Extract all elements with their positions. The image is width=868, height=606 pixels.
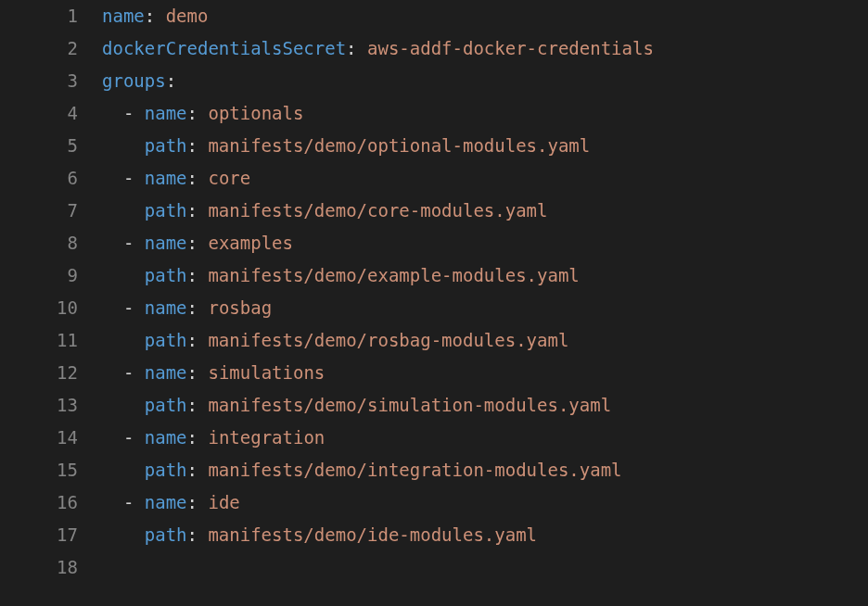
code-line[interactable] <box>102 551 868 584</box>
yaml-key: name <box>145 492 187 512</box>
line-number: 9 <box>0 259 78 292</box>
indent-guide <box>102 492 123 512</box>
colon: : <box>187 265 209 285</box>
code-line[interactable]: - name: integration <box>102 422 868 454</box>
line-number: 3 <box>0 65 78 97</box>
yaml-key: path <box>145 265 187 285</box>
yaml-key: groups <box>102 70 166 91</box>
line-number: 15 <box>0 454 78 486</box>
line-number: 13 <box>0 389 78 422</box>
code-line[interactable]: path: manifests/demo/simulation-modules.… <box>102 389 868 422</box>
yaml-value: examples <box>208 233 293 253</box>
yaml-key: dockerCredentialsSecret <box>102 38 346 58</box>
indent-guide <box>102 395 145 415</box>
yaml-value: ide <box>208 492 239 512</box>
line-number: 10 <box>0 292 78 324</box>
line-number: 18 <box>0 551 78 584</box>
code-line[interactable]: groups: <box>102 65 868 97</box>
yaml-value: rosbag <box>208 297 272 318</box>
yaml-key: path <box>145 395 187 415</box>
colon: : <box>187 297 209 318</box>
yaml-key: path <box>145 524 187 545</box>
line-number: 7 <box>0 195 78 227</box>
code-line[interactable]: - name: simulations <box>102 357 868 389</box>
yaml-dash: - <box>123 103 145 123</box>
code-line[interactable]: - name: rosbag <box>102 292 868 324</box>
colon: : <box>187 135 209 156</box>
yaml-key: name <box>145 233 187 253</box>
code-line[interactable]: name: demo <box>102 0 868 32</box>
line-number: 17 <box>0 519 78 551</box>
line-number: 2 <box>0 32 78 65</box>
line-number: 6 <box>0 162 78 195</box>
indent-guide <box>102 200 145 221</box>
yaml-value: aws-addf-docker-credentials <box>367 38 654 58</box>
colon: : <box>187 168 209 188</box>
colon: : <box>187 460 209 480</box>
indent-guide <box>102 524 145 545</box>
line-number: 12 <box>0 357 78 389</box>
yaml-dash: - <box>123 362 145 383</box>
yaml-value: manifests/demo/rosbag-modules.yaml <box>208 330 568 350</box>
yaml-value: optionals <box>208 103 303 123</box>
code-line[interactable]: - name: examples <box>102 227 868 259</box>
line-number: 5 <box>0 130 78 162</box>
colon: : <box>346 38 367 58</box>
colon: : <box>187 103 209 123</box>
indent-guide <box>102 265 145 285</box>
yaml-key: name <box>145 427 187 448</box>
yaml-value: manifests/demo/ide-modules.yaml <box>208 524 537 545</box>
line-number: 1 <box>0 0 78 32</box>
yaml-key: path <box>145 200 187 221</box>
code-line[interactable]: dockerCredentialsSecret: aws-addf-docker… <box>102 32 868 65</box>
indent-guide <box>102 233 123 253</box>
line-number: 16 <box>0 486 78 519</box>
yaml-value: manifests/demo/example-modules.yaml <box>208 265 579 285</box>
colon: : <box>145 6 166 26</box>
yaml-value: demo <box>166 6 209 26</box>
colon: : <box>187 233 209 253</box>
yaml-key: name <box>145 362 187 383</box>
colon: : <box>187 362 209 383</box>
code-line[interactable]: - name: ide <box>102 486 868 519</box>
code-line[interactable]: path: manifests/demo/integration-modules… <box>102 454 868 486</box>
yaml-dash: - <box>123 233 145 253</box>
yaml-dash: - <box>123 168 145 188</box>
yaml-dash: - <box>123 492 145 512</box>
indent-guide <box>102 362 123 383</box>
yaml-dash: - <box>123 297 145 318</box>
yaml-key: path <box>145 460 187 480</box>
indent-guide <box>102 168 123 188</box>
colon: : <box>187 330 209 350</box>
yaml-key: name <box>145 168 187 188</box>
code-line[interactable]: path: manifests/demo/example-modules.yam… <box>102 259 868 292</box>
colon: : <box>187 427 209 448</box>
colon: : <box>187 492 209 512</box>
yaml-key: name <box>102 6 145 26</box>
line-number: 8 <box>0 227 78 259</box>
indent-guide <box>102 330 145 350</box>
yaml-value: manifests/demo/core-modules.yaml <box>208 200 547 221</box>
yaml-value: manifests/demo/integration-modules.yaml <box>208 460 621 480</box>
code-editor[interactable]: 1 2 3 4 5 6 7 8 9 10 11 12 13 14 15 16 1… <box>0 0 868 606</box>
yaml-key: name <box>145 103 187 123</box>
indent-guide <box>102 427 123 448</box>
yaml-value: manifests/demo/optional-modules.yaml <box>208 135 590 156</box>
colon: : <box>187 395 209 415</box>
code-line[interactable]: path: manifests/demo/ide-modules.yaml <box>102 519 868 551</box>
yaml-key: path <box>145 330 187 350</box>
code-line[interactable]: path: manifests/demo/core-modules.yaml <box>102 195 868 227</box>
code-line[interactable]: - name: optionals <box>102 97 868 130</box>
yaml-value: integration <box>208 427 325 448</box>
yaml-key: name <box>145 297 187 318</box>
yaml-value: simulations <box>208 362 325 383</box>
line-number-gutter: 1 2 3 4 5 6 7 8 9 10 11 12 13 14 15 16 1… <box>0 0 102 606</box>
code-area[interactable]: name: demo dockerCredentialsSecret: aws-… <box>102 0 868 606</box>
indent-guide <box>102 297 123 318</box>
yaml-value: manifests/demo/simulation-modules.yaml <box>208 395 611 415</box>
code-line[interactable]: - name: core <box>102 162 868 195</box>
indent-guide <box>102 135 145 156</box>
code-line[interactable]: path: manifests/demo/optional-modules.ya… <box>102 130 868 162</box>
colon: : <box>187 200 209 221</box>
code-line[interactable]: path: manifests/demo/rosbag-modules.yaml <box>102 324 868 357</box>
